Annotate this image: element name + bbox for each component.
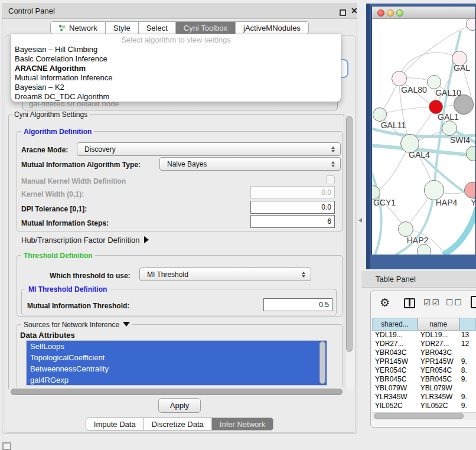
node-gray[interactable] — [454, 94, 474, 115]
table-cell[interactable]: YBL079W — [372, 384, 418, 393]
mi-steps-field[interactable]: 6 — [250, 215, 335, 228]
zoom-window-icon[interactable] — [396, 9, 403, 17]
aracne-mode-combo[interactable]: Discovery — [77, 142, 341, 156]
table-cell[interactable]: YBL079W — [418, 384, 459, 393]
table-cell[interactable]: YDL19... — [418, 331, 459, 340]
table-hscrollbar-thumb[interactable] — [374, 413, 464, 419]
table-cell[interactable]: YLR345W — [418, 393, 459, 402]
mi-type-label: Mutual Information Algorithm Type: — [21, 161, 141, 169]
tab-jactivemnodules[interactable]: jActiveMNodules — [236, 21, 309, 34]
table-cell[interactable]: YPR145W — [418, 357, 459, 366]
algorithm-dropdown-popup: Select algorithm to view settings Bayesi… — [11, 34, 341, 102]
table-row[interactable]: YBR043CYBR043C — [372, 348, 476, 357]
checked-boxes-icon[interactable]: ☑☑ — [423, 298, 441, 307]
table-row[interactable]: YER054CYER054C8. — [372, 366, 476, 375]
algorithm-option-bayesian-hill-climbing[interactable]: Bayesian – Hill Climbing — [11, 45, 341, 54]
tab-cyni-toolbox[interactable]: Cyni Toolbox — [176, 21, 236, 34]
tab-network[interactable]: Network — [50, 21, 106, 34]
node-bottom-cut[interactable] — [417, 244, 431, 255]
table-cell[interactable]: YER054C — [418, 366, 459, 375]
table-cell[interactable]: 9. — [459, 402, 476, 410]
table-row[interactable]: YPR145WYPR145W9. — [372, 357, 476, 366]
table-cell[interactable] — [459, 384, 476, 393]
attribute-item-topologicalcoefficient[interactable]: TopologicalCoefficient — [27, 352, 327, 363]
attributes-scrollbar-thumb[interactable] — [319, 341, 325, 384]
table-row[interactable]: YDL19...YDL19...13 — [372, 331, 476, 340]
mi-type-combo[interactable]: Naive Bayes — [159, 157, 341, 171]
attribute-item-gal4rgexp[interactable]: gal4RGexp — [27, 374, 327, 386]
table-cell[interactable]: 9. — [459, 375, 476, 384]
table-cell[interactable]: 9. — [459, 393, 476, 402]
tab-impute-data[interactable]: Impute Data — [86, 418, 144, 431]
table-cell[interactable]: YLR345W — [372, 393, 418, 402]
attribute-item-selfloops[interactable]: SelfLoops — [27, 341, 327, 352]
attribute-item-betweennesscentrality[interactable]: BetweennessCentrality — [27, 363, 327, 374]
node-swi4[interactable] — [442, 120, 457, 136]
table-cell[interactable]: YIL052C — [418, 402, 459, 410]
table-cell[interactable]: 13 — [459, 331, 476, 340]
minimize-window-icon[interactable] — [387, 9, 394, 17]
network-window-titlebar[interactable] — [372, 6, 475, 19]
table-cell[interactable]: YDL19... — [372, 331, 418, 340]
algorithm-option-aracne-algorithm[interactable]: ARACNE Algorithm — [11, 64, 341, 73]
dpi-tolerance-field[interactable]: 0.0 — [250, 201, 335, 214]
expand-right-icon[interactable] — [144, 236, 149, 243]
node-gal10[interactable] — [427, 75, 441, 89]
node-gal11[interactable] — [373, 107, 387, 122]
which-threshold-combo[interactable]: MI Threshold — [139, 268, 311, 281]
table-cell[interactable]: 8. — [459, 366, 476, 375]
table-row[interactable]: YBR045CYBR045C9. — [372, 375, 476, 384]
node-hap2[interactable] — [398, 221, 413, 237]
table-row[interactable]: YLR345WYLR345W9. — [372, 393, 476, 402]
table-cell[interactable]: YER054C — [372, 366, 418, 375]
settings-vscrollbar-thumb[interactable] — [346, 116, 353, 352]
table-row[interactable]: YIL052CYIL052C9. — [372, 402, 476, 410]
algorithm-option-mutual-information-inference[interactable]: Mutual Information Inference — [11, 73, 341, 83]
table-cell[interactable]: YBR043C — [418, 348, 459, 357]
document-icon[interactable] — [471, 296, 476, 308]
table-row[interactable]: YBL079WYBL079W — [372, 384, 476, 393]
node-gal80[interactable] — [392, 71, 407, 86]
close-panel-icon[interactable]: ✕ — [351, 6, 358, 15]
tab-discretize-data[interactable]: Discretize Data — [144, 418, 212, 431]
algorithm-option-bayesian-k2[interactable]: Bayesian – K2 — [11, 83, 341, 92]
settings-hscrollbar-thumb[interactable] — [11, 389, 343, 395]
tab-style[interactable]: Style — [106, 21, 139, 34]
table-cell[interactable]: 9. — [459, 357, 476, 366]
table-cell[interactable]: YPR145W — [372, 357, 418, 366]
table-cell[interactable]: YBR045C — [418, 375, 459, 384]
float-panel-icon[interactable] — [340, 9, 346, 16]
unchecked-boxes-icon[interactable]: ☐☐ — [446, 298, 463, 307]
hub-definition-expander[interactable]: Hub/Transcription Factor Definition — [21, 236, 149, 244]
algorithm-option-basic-correlation-inference[interactable]: Basic Correlation Inference — [11, 54, 341, 64]
table-cell[interactable]: YBR043C — [372, 348, 418, 357]
sources-title[interactable]: Sources for Network Inference — [21, 321, 132, 329]
table-cell[interactable]: YDR27... — [372, 340, 418, 348]
algorithm-option-dream8-dc-tdc-algorithm[interactable]: Dream8 DC_TDC Algorithm — [11, 92, 341, 102]
column-header-3[interactable] — [459, 318, 476, 331]
dock-panel-icon[interactable] — [2, 442, 11, 450]
apply-button[interactable]: Apply — [158, 398, 201, 413]
control-panel-tabbar: NetworkStyleSelectCyni ToolboxjActiveMNo… — [2, 21, 357, 34]
close-window-icon[interactable] — [377, 9, 384, 17]
split-pane-collapse-icon[interactable] — [358, 218, 362, 223]
node-hap4[interactable] — [424, 180, 444, 200]
table-cell[interactable]: 12 — [459, 340, 476, 348]
collapse-down-icon[interactable] — [123, 322, 130, 327]
table-cell[interactable]: YBR045C — [372, 375, 418, 384]
table-cell[interactable] — [459, 348, 476, 357]
table-cell[interactable]: YDR27... — [418, 340, 459, 348]
mi-threshold-field[interactable]: 0.5 — [263, 298, 332, 311]
node-swi4-label: SWI4 — [450, 135, 470, 145]
network-canvas[interactable]: GALGAL80GAL10GAL1GAL11SWI4GAL4GCY1HAP4YH… — [372, 19, 475, 255]
column-header-shared[interactable]: shared... — [372, 318, 418, 331]
gear-icon[interactable]: ⚙ — [380, 296, 390, 309]
tab-infer-network[interactable]: Infer Network — [212, 418, 273, 431]
column-header-name[interactable]: name — [418, 318, 459, 331]
table-header-row: shared...name — [372, 318, 476, 331]
columns-icon[interactable] — [404, 298, 415, 308]
mi-steps-value: 6 — [327, 217, 331, 226]
table-cell[interactable]: YIL052C — [372, 402, 418, 410]
table-row[interactable]: YDR27...YDR27...12 — [372, 340, 476, 348]
tab-select[interactable]: Select — [139, 21, 176, 34]
